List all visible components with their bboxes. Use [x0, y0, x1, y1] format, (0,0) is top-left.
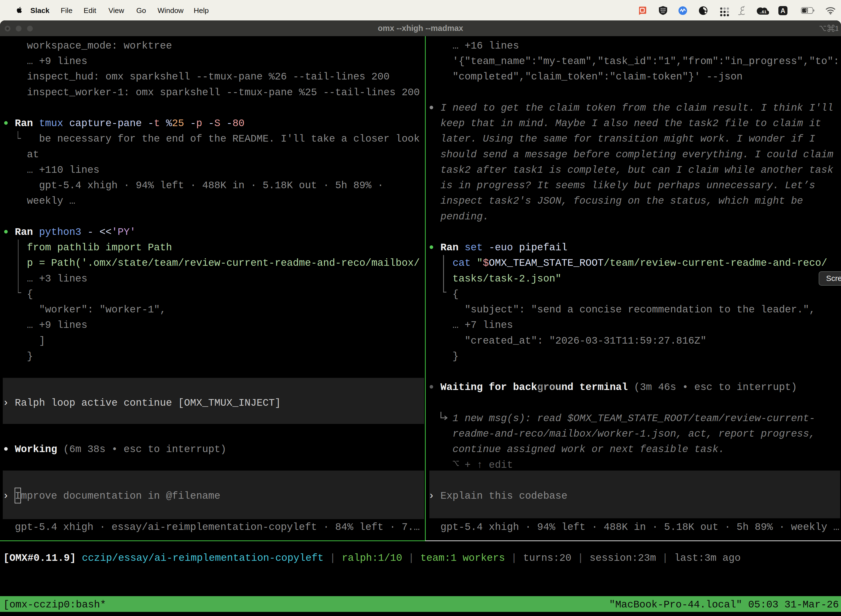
- svg-text:1: 1: [835, 25, 838, 32]
- svg-text:..61: ..61: [760, 9, 766, 14]
